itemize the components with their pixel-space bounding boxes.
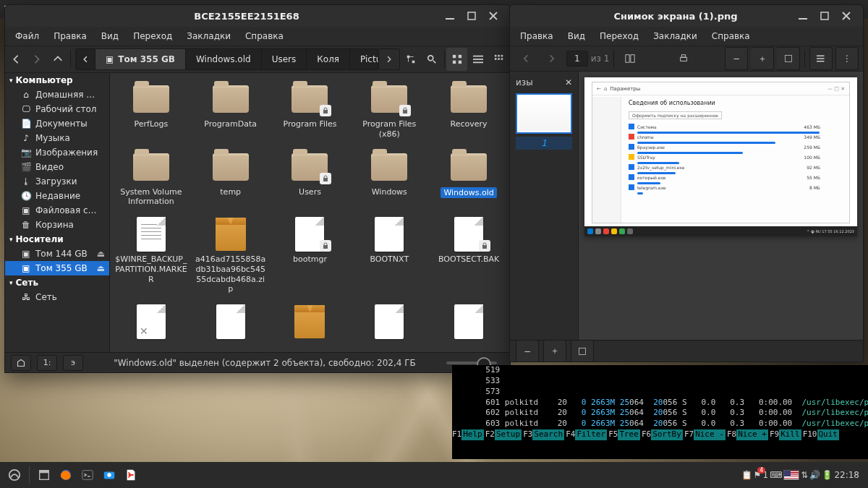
sidebar-item[interactable]: ▣Файловая с… <box>5 203 109 218</box>
sb-places-icon[interactable] <box>11 355 31 371</box>
maximize-button[interactable] <box>814 5 835 27</box>
file-item[interactable]: Windows <box>351 147 427 212</box>
taskbar-pdf-icon[interactable] <box>121 465 141 485</box>
minimize-button[interactable] <box>792 5 814 27</box>
tray-layout-flag[interactable] <box>783 470 799 480</box>
page-number-field[interactable]: 1 <box>566 51 588 67</box>
dual-page-icon[interactable] <box>618 47 642 70</box>
view-compact-button[interactable] <box>489 48 510 71</box>
file-item[interactable]: PerfLogs <box>113 79 190 144</box>
zoom-in-icon[interactable]: ＋ <box>751 47 774 70</box>
sidebar-item[interactable]: 🖵Рабочий стол <box>5 102 109 116</box>
sidebar-item[interactable]: 🕓Недавние <box>5 189 109 203</box>
properties-icon[interactable] <box>809 47 833 70</box>
path-segment[interactable]: Users <box>262 49 307 69</box>
zoom-slider[interactable] <box>446 361 497 364</box>
file-item[interactable] <box>113 301 190 346</box>
file-item[interactable]: a416ad7155858adb31baa96bc54555dcabdb468a… <box>192 214 269 299</box>
file-item[interactable]: Recovery <box>430 79 507 144</box>
sidebar-header[interactable]: ▾Компьютер <box>5 73 109 87</box>
sidebar-item[interactable]: 🖧Сеть <box>5 290 109 304</box>
taskbar-files-icon[interactable] <box>34 465 54 485</box>
path-prev-button[interactable] <box>76 49 95 69</box>
taskbar-firefox-icon[interactable] <box>56 465 76 485</box>
file-item[interactable] <box>351 301 427 346</box>
menu-help[interactable]: Справка <box>238 28 291 44</box>
toggle-location-icon[interactable] <box>400 48 421 71</box>
sidebar-item[interactable]: ▣Том 355 GB⏏ <box>5 261 109 275</box>
file-item[interactable]: Program Files (x86) <box>351 79 427 144</box>
tray-network-icon[interactable]: ⇅ <box>801 470 808 480</box>
start-menu-icon[interactable] <box>4 465 25 485</box>
thumbnail-1[interactable] <box>516 93 572 134</box>
footer-zoom-out[interactable]: − <box>516 340 539 363</box>
path-next-button[interactable] <box>379 48 400 70</box>
nav-prev-icon[interactable] <box>514 47 537 70</box>
menu-file[interactable]: Файл <box>8 28 46 44</box>
path-segment[interactable]: ▣Том 355 GB <box>95 49 186 69</box>
print-icon[interactable] <box>672 47 695 70</box>
tray-battery-icon[interactable]: 🔋 <box>822 470 833 480</box>
sidebar-item[interactable]: 📷Изображения <box>5 145 109 160</box>
sidebar-header[interactable]: ▾Сеть <box>5 275 109 290</box>
sb-btn-1[interactable]: 1: <box>37 355 57 371</box>
menu-icon[interactable]: ⋮ <box>835 47 859 70</box>
menu-bookmarks[interactable]: Закладки <box>179 28 238 44</box>
zoom-out-icon[interactable]: − <box>725 47 748 70</box>
taskbar-screenshot-icon[interactable] <box>99 465 119 485</box>
nav-next-icon[interactable] <box>540 47 563 70</box>
file-item[interactable] <box>272 301 349 346</box>
file-item[interactable]: bootmgr <box>272 214 349 299</box>
menu-help[interactable]: Справка <box>705 28 757 44</box>
file-item[interactable]: ProgramData <box>192 79 269 144</box>
file-item[interactable] <box>192 301 269 346</box>
file-item[interactable] <box>430 301 507 346</box>
file-item[interactable]: temp <box>192 147 269 212</box>
path-segment[interactable]: Pictures <box>350 49 379 69</box>
sidebar-item[interactable]: 🎬Видео <box>5 160 109 174</box>
footer-zoom-fit[interactable] <box>571 340 594 363</box>
footer-zoom-in[interactable]: ＋ <box>543 340 566 363</box>
minimize-button[interactable] <box>439 5 461 27</box>
menu-edit[interactable]: Правка <box>46 28 94 44</box>
tray-volume-icon[interactable]: 🔊 <box>809 470 820 480</box>
file-item[interactable]: Users <box>272 147 349 212</box>
terminal-htop[interactable]: 519 533 573 601 polkitd 20 0 2663M 25064… <box>452 365 868 459</box>
sidebar-item[interactable]: ♪Музыка <box>5 131 109 145</box>
file-item[interactable]: Windows.old <box>430 147 507 212</box>
maximize-button[interactable] <box>461 5 482 27</box>
file-item[interactable]: Program Files <box>272 79 349 144</box>
taskbar-terminal-icon[interactable] <box>77 465 98 485</box>
fm-titlebar[interactable]: BCE2155EE2151E68 <box>5 5 510 27</box>
sidebar-item[interactable]: ⭳Загрузки <box>5 174 109 189</box>
nav-up-button[interactable] <box>48 48 69 71</box>
file-item[interactable]: BOOTSECT.BAK <box>430 214 507 299</box>
sidebar-header[interactable]: ▾Носители <box>5 232 109 247</box>
sb-btn-2[interactable]: э <box>63 355 83 371</box>
menu-go[interactable]: Переход <box>126 28 179 44</box>
sidebar-item[interactable]: ⌂Домашняя … <box>5 87 109 102</box>
file-pane[interactable]: PerfLogsProgramDataProgram FilesProgram … <box>110 73 510 352</box>
view-icons-button[interactable] <box>446 48 467 71</box>
search-icon[interactable] <box>422 48 443 71</box>
nav-back-button[interactable] <box>5 48 26 71</box>
view-list-button[interactable] <box>467 48 488 71</box>
tray-clock[interactable]: 22:18 <box>834 470 859 480</box>
menu-view[interactable]: Вид <box>561 28 592 44</box>
menu-edit[interactable]: Правка <box>513 28 561 44</box>
sidebar-item[interactable]: ▣Том 144 GB⏏ <box>5 247 109 261</box>
file-item[interactable]: $WINRE_BACKUP_PARTITION.MARKER <box>113 214 190 299</box>
close-button[interactable] <box>482 5 504 27</box>
tray-clipboard-icon[interactable]: 📋 <box>741 470 752 480</box>
iv-canvas[interactable]: ←⌂ Параметры — □ ✕ Сведения об использов… <box>579 72 863 340</box>
file-item[interactable]: System Volume Information <box>113 147 190 212</box>
file-item[interactable]: BOOTNXT <box>351 214 427 299</box>
menu-go[interactable]: Переход <box>592 28 646 44</box>
path-segment[interactable]: Windows.old <box>186 49 262 69</box>
tray-notification-icon[interactable]: ⚑4 <box>754 470 762 480</box>
menu-view[interactable]: Вид <box>94 28 126 44</box>
path-segment[interactable]: Коля <box>307 49 350 69</box>
close-button[interactable] <box>835 5 857 27</box>
menu-bookmarks[interactable]: Закладки <box>646 28 705 44</box>
sidebar-item[interactable]: 📄Документы <box>5 116 109 131</box>
